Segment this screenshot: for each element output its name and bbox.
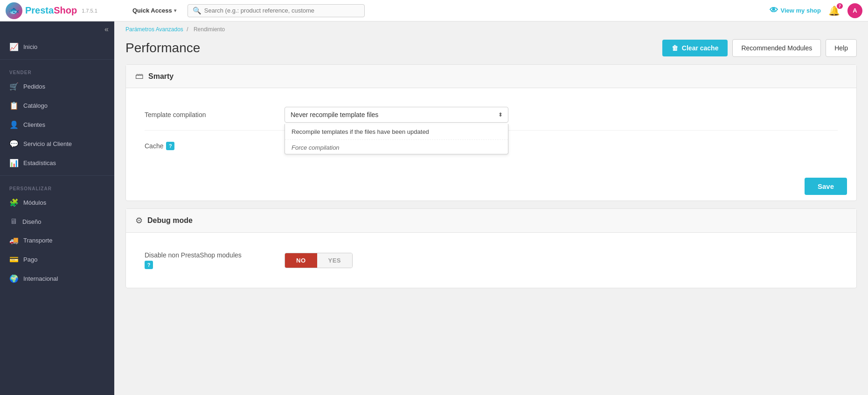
disable-modules-row: Disable non PrestaShop modules ? NO YES: [145, 244, 838, 277]
quick-access-menu[interactable]: Quick Access ▾: [127, 7, 182, 14]
smarty-section-title: Smarty: [148, 72, 174, 81]
catalog-icon: 📋: [9, 101, 19, 110]
smarty-section-icon: 🗃: [135, 71, 144, 81]
debug-section-body: Disable non PrestaShop modules ? NO YES: [126, 233, 856, 288]
chat-icon: 💬: [9, 139, 19, 148]
disable-modules-no-button[interactable]: NO: [285, 253, 317, 268]
debug-section-card: ⚙ Debug mode Disable non PrestaShop modu…: [125, 208, 857, 288]
disable-modules-toggle-area: NO YES: [285, 253, 838, 268]
sidebar-divider-2: [0, 175, 114, 176]
view-shop-label: View my shop: [781, 7, 821, 14]
sidebar-item-modulos[interactable]: 🧩 Módulos: [0, 193, 114, 212]
sidebar-collapse-area: «: [0, 21, 114, 37]
template-compilation-row: Template compilation Never recompile tem…: [145, 99, 838, 131]
sidebar-collapse-button[interactable]: «: [104, 25, 109, 34]
sidebar-item-label-clientes: Clientes: [23, 121, 45, 128]
view-shop-link[interactable]: 👁 View my shop: [770, 6, 821, 15]
cart-icon: 🛒: [9, 82, 19, 91]
debug-section-header: ⚙ Debug mode: [126, 209, 856, 233]
sidebar-item-label-transporte: Transporte: [23, 237, 52, 244]
trash-icon: 🗑: [672, 44, 678, 52]
disable-modules-help-icon[interactable]: ?: [145, 261, 153, 269]
sidebar-item-label-pago: Pago: [23, 256, 37, 263]
smarty-section-body: Template compilation Never recompile tem…: [126, 88, 856, 172]
sidebar-item-label-diseno: Diseño: [22, 218, 41, 225]
breadcrumb-parent[interactable]: Parámetros Avanzados: [125, 26, 183, 33]
smarty-section-header: 🗃 Smarty: [126, 65, 856, 88]
sidebar-item-pago[interactable]: 💳 Pago: [0, 250, 114, 269]
cache-label: Cache ?: [145, 142, 285, 150]
sidebar-item-clientes[interactable]: 👤 Clientes: [0, 115, 114, 134]
sidebar-item-pedidos[interactable]: 🛒 Pedidos: [0, 77, 114, 96]
sidebar-item-estadisticas[interactable]: 📊 Estadísticas: [0, 153, 114, 173]
sidebar-item-catalogo[interactable]: 📋 Catálogo: [0, 96, 114, 115]
logo-version: 1.7.5.1: [82, 8, 97, 14]
breadcrumb-current: Rendimiento: [194, 26, 225, 33]
clear-cache-button[interactable]: 🗑 Clear cache: [662, 40, 728, 56]
dropdown-option-recompile[interactable]: Recompile templates if the files have be…: [285, 124, 508, 139]
top-nav: 🐟 PrestaShop 1.7.5.1 Quick Access ▾ 🔍 👁 …: [0, 0, 868, 21]
avatar[interactable]: A: [847, 3, 862, 18]
sidebar-item-label-catalogo: Catálogo: [23, 102, 48, 109]
debug-section-title: Debug mode: [147, 216, 193, 225]
quick-access-label: Quick Access: [132, 7, 172, 14]
recommended-modules-button[interactable]: Recommended Modules: [732, 39, 821, 57]
smarty-save-button[interactable]: Save: [805, 178, 847, 195]
logo-icon: 🐟: [6, 2, 22, 19]
sidebar-item-diseno[interactable]: 🖥 Diseño: [0, 212, 114, 231]
monitor-icon: 🖥: [9, 217, 18, 226]
sidebar-item-transporte[interactable]: 🚚 Transporte: [0, 231, 114, 250]
sidebar-item-label-modulos: Módulos: [23, 199, 46, 206]
template-compilation-select[interactable]: Never recompile template files Recompile…: [285, 107, 508, 123]
cache-help-icon[interactable]: ?: [166, 142, 174, 150]
sidebar-item-internacional[interactable]: 🌍 Internacional: [0, 269, 114, 288]
smarty-section-card: 🗃 Smarty Template compilation Never reco…: [125, 64, 857, 201]
template-compilation-label: Template compilation: [145, 111, 285, 118]
search-bar: 🔍: [187, 4, 365, 17]
breadcrumb: Parámetros Avanzados / Rendimiento: [114, 21, 868, 35]
main-content: Parámetros Avanzados / Rendimiento Perfo…: [114, 21, 868, 395]
notifications-button[interactable]: 🔔 7: [828, 5, 840, 16]
page-title: Performance: [125, 41, 200, 55]
notif-badge: 7: [837, 3, 843, 9]
puzzle-icon: 🧩: [9, 198, 19, 207]
template-compilation-select-wrapper: Never recompile template files Recompile…: [285, 107, 508, 123]
disable-modules-yes-button[interactable]: YES: [317, 253, 353, 268]
search-input[interactable]: [204, 7, 360, 14]
search-icon: 🔍: [193, 7, 201, 15]
disable-modules-toggle-group: NO YES: [285, 253, 353, 268]
sidebar-item-label-servicio: Servicio al Cliente: [23, 140, 72, 147]
sidebar-section-personalize: PERSONALIZAR: [0, 179, 114, 193]
content-area: 🗃 Smarty Template compilation Never reco…: [114, 64, 868, 307]
help-button[interactable]: Help: [826, 39, 857, 57]
chevron-down-icon: ▾: [174, 8, 176, 13]
sidebar-item-label-internacional: Internacional: [23, 275, 58, 282]
disable-modules-label: Disable non PrestaShop modules ?: [145, 251, 285, 269]
globe-icon: 🌍: [9, 274, 19, 283]
page-header: Performance 🗑 Clear cache Recommended Mo…: [114, 35, 868, 64]
stats-icon: 📊: [9, 159, 19, 167]
eye-icon: 👁: [770, 6, 778, 15]
template-compilation-dropdown: Recompile templates if the files have be…: [285, 124, 508, 154]
logo-area: 🐟 PrestaShop 1.7.5.1: [6, 2, 127, 19]
sidebar-item-inicio[interactable]: 📈 Inicio: [0, 37, 114, 56]
sidebar-item-label-inicio: Inicio: [23, 43, 37, 50]
credit-card-icon: 💳: [9, 255, 19, 264]
page-actions: 🗑 Clear cache Recommended Modules Help: [662, 39, 857, 57]
sidebar-divider-1: [0, 59, 114, 60]
nav-right: 👁 View my shop 🔔 7 A: [770, 3, 862, 18]
trend-up-icon: 📈: [9, 42, 19, 51]
sidebar-section-sell: VENDER: [0, 62, 114, 77]
sidebar-item-label-pedidos: Pedidos: [23, 83, 45, 90]
truck-icon: 🚚: [9, 236, 19, 245]
breadcrumb-separator: /: [187, 26, 188, 33]
sidebar-item-servicio[interactable]: 💬 Servicio al Cliente: [0, 134, 114, 153]
debug-section-icon: ⚙: [135, 215, 143, 226]
sidebar-item-label-estadisticas: Estadísticas: [23, 159, 56, 166]
user-icon: 👤: [9, 120, 19, 129]
smarty-save-bar: Save: [126, 172, 856, 201]
sidebar: « 📈 Inicio VENDER 🛒 Pedidos 📋 Catálogo 👤…: [0, 21, 114, 395]
template-compilation-control: Never recompile template files Recompile…: [285, 107, 838, 123]
logo-text: PrestaShop: [25, 5, 77, 16]
dropdown-option-force[interactable]: Force compilation: [285, 139, 508, 154]
